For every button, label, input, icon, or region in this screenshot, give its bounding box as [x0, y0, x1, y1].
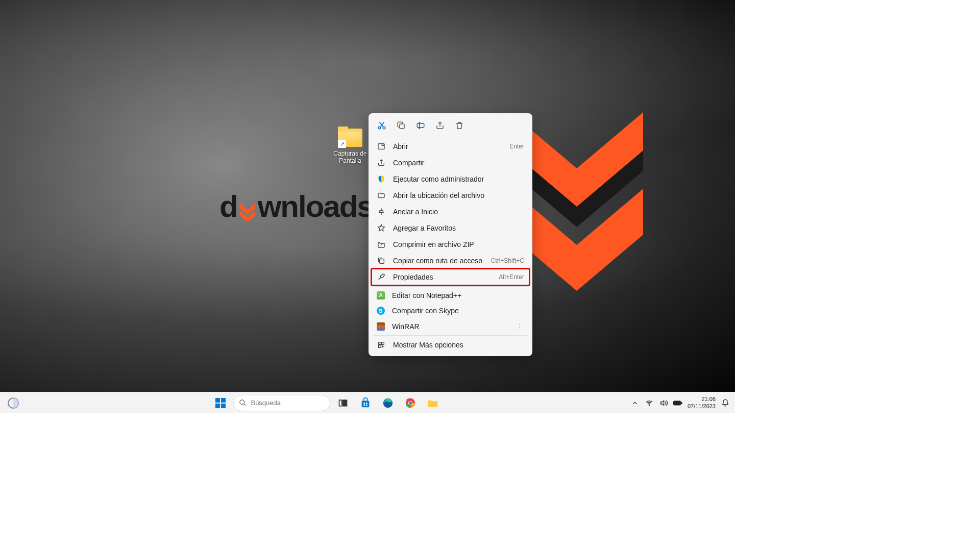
taskbar-clock[interactable]: 21:06 07/11/2023 [688, 396, 716, 410]
divider [374, 286, 527, 287]
svg-rect-24 [674, 402, 680, 404]
svg-rect-16 [364, 404, 365, 406]
menu-label: Compartir [393, 159, 524, 167]
svg-point-22 [649, 405, 649, 405]
menu-label: Mostrar Más opciones [393, 341, 524, 349]
svg-rect-8 [379, 345, 381, 348]
notifications-icon[interactable] [721, 399, 730, 407]
search-icon [239, 399, 247, 407]
task-view-button[interactable] [333, 395, 353, 411]
delete-icon[interactable] [454, 120, 464, 131]
windows-logo-icon [215, 398, 226, 408]
desktop[interactable]: dwnloads ↗ Capturas de Pantalla Abrir En… [0, 0, 735, 413]
zip-icon [377, 240, 386, 249]
svg-rect-4 [378, 144, 384, 149]
svg-rect-3 [417, 123, 424, 128]
volume-icon[interactable] [659, 399, 668, 407]
svg-point-10 [240, 400, 244, 405]
menu-label: Abrir la ubicación del archivo [393, 191, 524, 199]
wifi-icon[interactable] [645, 399, 654, 407]
copy-path-icon [377, 256, 386, 265]
menu-label: Ejecutar como administrador [393, 175, 524, 183]
battery-icon[interactable] [673, 399, 682, 407]
svg-rect-5 [380, 259, 384, 264]
star-icon [377, 223, 386, 233]
edge-button[interactable] [378, 395, 398, 411]
context-menu-topbar [372, 116, 529, 136]
folder-icon: ↗ [338, 129, 362, 148]
divider [374, 335, 527, 336]
svg-point-0 [378, 127, 381, 129]
menu-label: Propiedades [393, 273, 492, 281]
open-icon [377, 142, 386, 151]
menu-item-add-favorites[interactable]: Agregar a Favoritos [372, 220, 529, 236]
menu-label: Editar con Notepad++ [392, 291, 524, 299]
svg-rect-12 [344, 400, 347, 406]
menu-label: Abrir [393, 142, 502, 151]
menu-label: Copiar como ruta de acceso [393, 257, 484, 265]
menu-item-skype[interactable]: S Compartir con Skype [372, 303, 529, 318]
shield-icon [377, 174, 386, 184]
wrench-icon [377, 272, 386, 282]
logo-text-post: wnloads [258, 189, 373, 223]
menu-item-run-admin[interactable]: Ejecutar como administrador [372, 171, 529, 187]
svg-rect-15 [366, 403, 368, 404]
store-button[interactable] [356, 395, 375, 411]
menu-item-compress-zip[interactable]: Comprimir en archivo ZIP [372, 236, 529, 253]
notepadpp-icon [377, 291, 385, 299]
clock-time: 21:06 [688, 396, 716, 403]
explorer-button[interactable] [423, 395, 443, 411]
logo-text-pre: d [219, 189, 237, 223]
logo-chevron-small-icon [237, 201, 258, 221]
menu-item-more-options[interactable]: Mostrar Más opciones [372, 337, 529, 353]
svg-point-21 [409, 401, 412, 404]
menu-label: Anclar a Inicio [393, 208, 524, 216]
svg-rect-2 [400, 124, 404, 129]
context-menu: Abrir Enter Compartir Ejecutar como admi… [369, 113, 532, 356]
desktop-shortcut-capturas[interactable]: ↗ Capturas de Pantalla [331, 129, 369, 165]
svg-point-1 [383, 127, 385, 129]
menu-label: WinRAR [392, 322, 511, 331]
start-button[interactable] [211, 395, 230, 411]
share-icon[interactable] [435, 120, 445, 131]
menu-shortcut: Enter [509, 143, 524, 150]
taskbar: b 21:06 07/11/2023 [0, 392, 735, 413]
menu-item-copy-path[interactable]: Copiar como ruta de acceso Ctrl+Shift+C [372, 253, 529, 269]
divider [374, 137, 527, 137]
svg-rect-14 [364, 403, 365, 404]
pin-icon [377, 207, 386, 216]
wallpaper-logo: dwnloads [219, 189, 373, 224]
desktop-icon-label: Capturas de Pantalla [331, 150, 369, 165]
skype-icon: S [377, 307, 385, 315]
copy-icon[interactable] [396, 120, 406, 131]
shortcut-arrow-icon: ↗ [338, 140, 346, 148]
menu-label: Comprimir en archivo ZIP [393, 240, 524, 248]
svg-rect-17 [366, 404, 368, 406]
menu-item-properties[interactable]: Propiedades Alt+Enter [372, 269, 529, 285]
chevron-right-icon: 〉 [518, 322, 524, 331]
taskbar-search[interactable]: b [233, 395, 330, 411]
chrome-button[interactable] [401, 395, 420, 411]
menu-item-open-location[interactable]: Abrir la ubicación del archivo [372, 187, 529, 204]
search-input[interactable] [251, 399, 336, 407]
cut-icon[interactable] [377, 120, 387, 131]
weather-widget[interactable] [3, 393, 23, 413]
svg-rect-7 [382, 342, 384, 345]
more-options-icon [377, 340, 386, 349]
menu-item-open[interactable]: Abrir Enter [372, 138, 529, 155]
svg-rect-6 [379, 342, 381, 345]
winrar-icon [377, 322, 385, 331]
menu-label: Compartir con Skype [392, 307, 524, 315]
share-out-icon [377, 158, 386, 167]
svg-rect-13 [362, 400, 370, 407]
taskbar-center: b [23, 395, 630, 411]
folder-open-icon [377, 191, 386, 200]
menu-item-share[interactable]: Compartir [372, 155, 529, 171]
menu-item-winrar[interactable]: WinRAR 〉 [372, 318, 529, 334]
menu-item-notepadpp[interactable]: Editar con Notepad++ [372, 288, 529, 303]
clock-date: 07/11/2023 [688, 403, 716, 410]
tray-overflow-icon[interactable] [630, 399, 640, 407]
rename-icon[interactable] [415, 120, 426, 131]
svg-rect-25 [681, 402, 682, 404]
menu-item-pin-start[interactable]: Anclar a Inicio [372, 204, 529, 220]
